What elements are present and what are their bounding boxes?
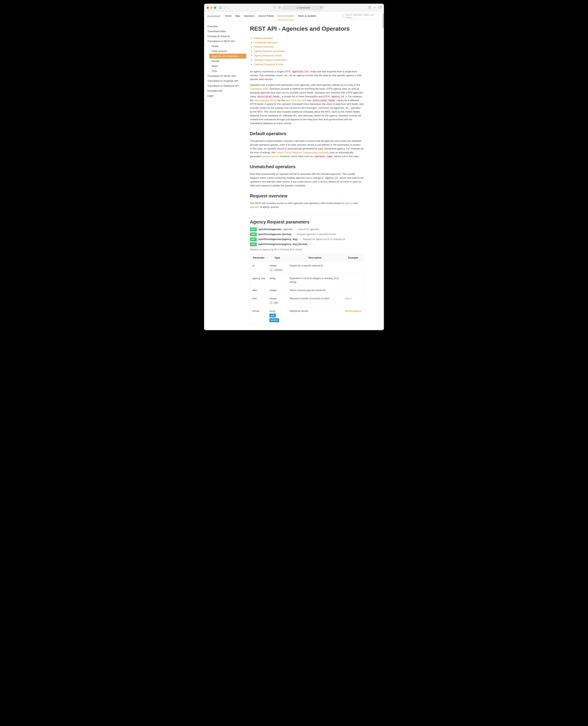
share-icon[interactable] <box>368 6 371 9</box>
link-atlas-operator-record[interactable]: Atlas operator record <box>254 99 277 102</box>
reader-icon[interactable] <box>278 6 280 9</box>
param-desc: Response format <box>288 307 343 324</box>
table-row: formatenumjsongeojsonResponse formatform… <box>250 307 364 324</box>
link-nyc-mta[interactable]: New York City MTA <box>286 99 307 102</box>
table-header: Description <box>288 254 343 262</box>
param-name: limit <box>250 295 267 307</box>
code-associated-feeds-2: associated_feeds <box>312 99 336 102</box>
enum-tag: json <box>269 314 276 318</box>
toc-item[interactable]: Unmatched operators <box>254 41 364 45</box>
close-window-button[interactable] <box>207 7 209 9</box>
sidebar-subitem-feed-versions[interactable]: Feed versions <box>209 49 246 54</box>
endpoint-subdesc: Request an agency by ID or Onestop ID in… <box>250 248 302 251</box>
params-table: ParameterTypeDescriptionExample idintege… <box>250 254 364 324</box>
endpoint-desc: Agencies <box>283 227 293 231</box>
nav-item-map[interactable]: Map <box>235 12 240 20</box>
site-logo[interactable]: transitland <box>207 15 220 18</box>
example-link[interactable]: limit=1 <box>345 297 352 300</box>
param-desc: Maximum number of records to return <box>288 295 343 307</box>
chrome-left-icons: ‹ › <box>219 6 229 9</box>
endpoint-subdesc: Request an agency by ID or Onestop ID <box>303 237 345 241</box>
reload-icon[interactable]: ⟳ <box>320 6 322 9</box>
maximize-window-button[interactable] <box>214 7 216 9</box>
sidebar-item-onestop-id-scheme[interactable]: Onestop ID Scheme <box>207 34 246 39</box>
toc-item[interactable]: Operator Response format <box>254 63 364 66</box>
endpoint-row: GET /api/v2/rest/agencies/{agency_key}.{… <box>250 242 364 251</box>
table-row: idinteger0 ... unlimitedSearch for a spe… <box>250 262 364 274</box>
param-example <box>343 274 364 286</box>
endpoint-path: /api/v2/rest/agencies.{format} <box>258 233 291 236</box>
http-method-badge: GET <box>250 237 257 241</box>
sidebar-subitem-agencies-and-operators[interactable]: Agencies and Operators <box>209 54 246 59</box>
new-tab-icon[interactable]: ＋ <box>373 6 376 9</box>
toc-item[interactable]: Agency Response format <box>254 54 364 58</box>
toc-item[interactable]: Request overview <box>254 45 364 49</box>
param-type: integer0 ... unlimited <box>267 262 287 274</box>
param-desc: Equivalent to id (if an integer) or ones… <box>288 274 343 286</box>
sidebar-item-transitland-v-graphql-api[interactable]: Transitland v2 GraphQL API <box>207 78 246 83</box>
link-agency-graphql[interactable]: agency <box>345 202 353 204</box>
example-link[interactable]: format=geojson <box>345 309 361 312</box>
request-overview-paragraph: The REST API provides access to both age… <box>250 201 364 209</box>
nav-item-documentation[interactable]: Documentation <box>277 12 294 20</box>
sidebar-subitem-feeds[interactable]: Feeds <box>209 44 246 49</box>
sidebar-subitem-routes[interactable]: Routes <box>209 59 246 63</box>
endpoint-subdesc: Search for agencies <box>298 227 319 231</box>
link-transitland-atlas[interactable]: Transitland Atlas <box>250 87 268 90</box>
param-name: id <box>250 262 267 274</box>
link-corpus-christi[interactable]: Corpus Christi Regional Transportation A… <box>276 151 329 154</box>
sidebar-item-transitland-atlas[interactable]: Transitland Atlas <box>207 29 246 34</box>
param-type: enumjsongeojson <box>267 307 287 324</box>
nav-item-source-feeds[interactable]: Source Feeds <box>258 12 274 20</box>
nav-item-home[interactable]: Home <box>225 12 232 20</box>
heading-default-operators: Default operators <box>250 130 364 137</box>
endpoint-row: GET /api/v2/rest/agencies.{format} — Req… <box>250 233 364 236</box>
link-operator-record[interactable]: operator record <box>262 155 279 158</box>
search-icon <box>342 15 344 17</box>
code-agencies-txt: agencies.txt <box>291 70 310 73</box>
link-operator-graphql[interactable]: operator <box>250 206 259 208</box>
table-header: Example <box>343 254 364 262</box>
minimize-window-button[interactable] <box>210 7 212 9</box>
app-body: transitland HomeMapOperatorsSource Feeds… <box>204 12 384 330</box>
sidebar-item-transitland-lib[interactable]: transitland-lib <box>207 88 246 93</box>
traffic-lights <box>207 7 216 9</box>
table-row: agency_keystringEquivalent to id (if an … <box>250 274 364 286</box>
sidebar-item-overview[interactable]: Overview <box>207 24 246 29</box>
tabs-icon[interactable] <box>379 6 381 9</box>
sidebar-item-transitland-v-rest-api[interactable]: Transitland v2 REST API <box>207 39 246 44</box>
table-row: afterintegerReturn records past this rec… <box>250 286 364 294</box>
toc-item[interactable]: Agency Request parameters <box>254 49 364 53</box>
shield-icon[interactable] <box>273 6 276 9</box>
toc-item[interactable]: Default operators <box>254 36 364 40</box>
toc-item[interactable]: Operator Request parameters <box>254 58 364 62</box>
browser-window: ‹ › 🔒 transit.land ⟳ ＋ <box>204 4 384 330</box>
default-operators-paragraph: The operators implementation includes a … <box>250 139 364 159</box>
nav-item-news-updates[interactable]: News & Updates <box>298 12 316 20</box>
sidebar-subitem-stops[interactable]: Stops <box>209 63 246 68</box>
sidebar-item-transitland-v-vector-tiles[interactable]: Transitland v2 Vector Tiles <box>207 74 246 78</box>
param-type: integer0 ... 100 <box>267 295 287 307</box>
table-of-contents: Default operatorsUnmatched operatorsRequ… <box>254 36 364 66</box>
endpoint-path: /api/v2/rest/agencies/{agency_key}.{form… <box>258 242 308 246</box>
code-agency-id-2: agency_id <box>324 176 339 179</box>
sidebar-item-transitland-v-datastore-api[interactable]: Transitland v1 Datastore API <box>207 83 246 88</box>
url-bar[interactable]: 🔒 transit.land ⟳ <box>282 5 323 10</box>
param-example: limit=1 <box>343 295 364 307</box>
param-example <box>343 286 364 294</box>
scrollbar[interactable] <box>382 12 384 330</box>
nav-item-operators[interactable]: Operators <box>244 12 255 20</box>
search-input[interactable]: Search operators, feeds, and routes... <box>341 14 379 19</box>
browser-chrome: ‹ › 🔒 transit.land ⟳ ＋ <box>204 4 384 12</box>
sidebar-item-legal[interactable]: Legal <box>207 93 246 98</box>
table-header: Type <box>267 254 287 262</box>
heading-request-overview: Request overview <box>250 193 364 199</box>
endpoint-row: GET /api/v2/rest/agencies/{agency_key} —… <box>250 237 364 241</box>
sidebar-subitem-trips[interactable]: Trips <box>209 68 246 74</box>
param-name: format <box>250 307 267 324</box>
sidebar-toggle-icon[interactable] <box>219 6 222 9</box>
heading-unmatched-operators: Unmatched operators <box>250 163 364 170</box>
forward-icon[interactable]: › <box>228 6 229 9</box>
main-content: REST API - Agencies and Operators Defaul… <box>246 21 371 330</box>
back-icon[interactable]: ‹ <box>225 6 225 9</box>
